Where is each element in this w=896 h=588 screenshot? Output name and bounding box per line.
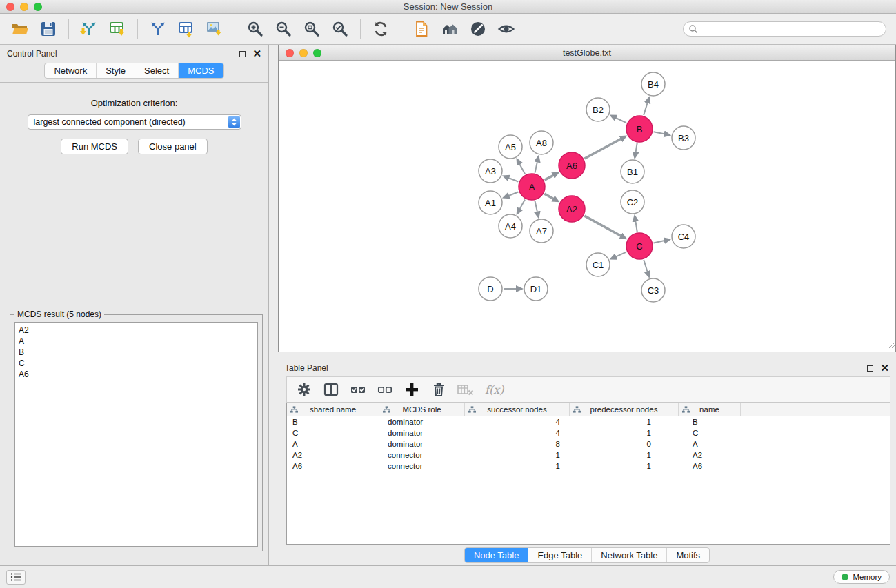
- column-header-name[interactable]: name: [679, 403, 741, 416]
- zoom-fit-button[interactable]: [299, 17, 325, 41]
- graph-node-C1[interactable]: C1: [586, 253, 610, 276]
- table-row[interactable]: A2 connector 1 1 A2: [287, 449, 890, 460]
- annotation-button[interactable]: [465, 17, 491, 41]
- function-builder-button[interactable]: f(x): [482, 383, 504, 396]
- graph-node-C[interactable]: C: [626, 233, 653, 259]
- list-item[interactable]: B: [19, 347, 254, 358]
- close-panel-button[interactable]: Close panel: [138, 139, 208, 154]
- graph-edge-A-A7[interactable]: [535, 201, 537, 214]
- graph-node-A7[interactable]: A7: [530, 219, 553, 243]
- float-table-panel-icon[interactable]: [867, 365, 873, 372]
- import-network-button[interactable]: [76, 17, 102, 41]
- graph-node-D[interactable]: D: [479, 277, 502, 301]
- task-history-button[interactable]: [6, 570, 26, 585]
- graph-node-B1[interactable]: B1: [621, 160, 644, 183]
- memory-button[interactable]: Memory: [833, 570, 890, 584]
- graph-edge-A-A6[interactable]: [545, 174, 555, 180]
- delete-table-button[interactable]: [455, 379, 476, 400]
- graph-node-C3[interactable]: C3: [641, 278, 665, 302]
- table-row[interactable]: C dominator 4 1 C: [287, 427, 890, 438]
- graph-edge-B-B2[interactable]: [615, 117, 626, 123]
- column-header-shared-name[interactable]: shared name: [287, 403, 379, 416]
- graph-edge-C-C3[interactable]: [644, 260, 648, 273]
- tab-node-table[interactable]: Node Table: [465, 548, 528, 562]
- export-image-button[interactable]: [201, 17, 228, 41]
- list-item[interactable]: C: [19, 358, 254, 369]
- graph-edge-A-A3[interactable]: [507, 177, 518, 181]
- graph-edge-C-C2[interactable]: [635, 220, 637, 232]
- graph-node-B3[interactable]: B3: [672, 126, 695, 150]
- graph-node-A2[interactable]: A2: [559, 196, 585, 222]
- graph-node-A4[interactable]: A4: [499, 214, 522, 238]
- graph-edge-B-B1[interactable]: [635, 143, 637, 154]
- table-settings-button[interactable]: [294, 379, 315, 400]
- import-table-button[interactable]: [104, 17, 130, 41]
- tab-edge-table[interactable]: Edge Table: [528, 548, 591, 562]
- save-session-button[interactable]: [35, 17, 61, 41]
- minimize-window-button[interactable]: [20, 3, 28, 11]
- refresh-button[interactable]: [368, 17, 394, 41]
- tab-network-table[interactable]: Network Table: [591, 548, 666, 562]
- graph-edge-C-C4[interactable]: [654, 241, 666, 243]
- close-network-window-button[interactable]: [286, 49, 294, 57]
- mcds-result-list[interactable]: A2 A B C A6: [14, 322, 258, 547]
- show-details-button[interactable]: [493, 17, 519, 41]
- table-row[interactable]: B dominator 4 1 B: [287, 416, 890, 427]
- table-row[interactable]: A6 connector 1 1 A6: [287, 460, 890, 472]
- add-column-button[interactable]: [401, 379, 422, 400]
- zoom-window-button[interactable]: [34, 3, 42, 11]
- graph-edge-A-A8[interactable]: [535, 160, 537, 172]
- home-button[interactable]: [437, 17, 463, 41]
- tab-motifs[interactable]: Motifs: [666, 548, 709, 562]
- tab-network[interactable]: Network: [45, 63, 96, 78]
- minimize-network-window-button[interactable]: [299, 49, 308, 57]
- graph-node-A[interactable]: A: [519, 174, 545, 200]
- list-item[interactable]: A2: [19, 325, 254, 336]
- tab-select[interactable]: Select: [135, 63, 178, 78]
- graph-node-B[interactable]: B: [626, 116, 653, 142]
- list-item[interactable]: A: [19, 336, 254, 347]
- close-panel-icon[interactable]: ✕: [252, 50, 261, 57]
- deselect-all-button[interactable]: [375, 379, 395, 400]
- float-panel-icon[interactable]: [239, 51, 246, 57]
- graph-edge-A2-C[interactable]: [584, 216, 622, 236]
- open-session-button[interactable]: [7, 17, 33, 41]
- close-window-button[interactable]: [6, 3, 14, 11]
- search-input[interactable]: [683, 21, 886, 37]
- list-item[interactable]: A6: [19, 369, 254, 380]
- graph-node-D1[interactable]: D1: [524, 277, 548, 301]
- network-graph[interactable]: B4B2BB3A8A5A6A3B1AC2A1A2A4A7C4CC1C3DD1: [279, 61, 895, 352]
- zoom-in-button[interactable]: [242, 17, 268, 41]
- graph-edge-A-A2[interactable]: [544, 194, 555, 199]
- graph-edge-A-A5[interactable]: [519, 163, 525, 174]
- optimization-criterion-dropdown[interactable]: largest connected component (directed): [28, 114, 241, 130]
- graph-node-A6[interactable]: A6: [559, 152, 585, 179]
- tab-mcds[interactable]: MCDS: [178, 63, 223, 78]
- tab-style[interactable]: Style: [96, 63, 135, 78]
- graph-node-B2[interactable]: B2: [586, 98, 610, 121]
- graph-edge-A6-B[interactable]: [584, 138, 622, 159]
- close-table-panel-icon[interactable]: ✕: [880, 365, 889, 372]
- zoom-out-button[interactable]: [270, 17, 297, 41]
- column-header-mcds-role[interactable]: MCDS role: [379, 403, 465, 416]
- export-table-button[interactable]: [173, 17, 199, 41]
- graph-node-A8[interactable]: A8: [530, 131, 553, 154]
- graph-node-C2[interactable]: C2: [621, 190, 644, 214]
- network-canvas[interactable]: B4B2BB3A8A5A6A3B1AC2A1A2A4A7C4CC1C3DD1: [279, 61, 895, 352]
- graph-edge-A-A1[interactable]: [507, 192, 518, 196]
- graph-node-B4[interactable]: B4: [641, 72, 665, 96]
- table-row[interactable]: A dominator 8 0 A: [287, 438, 890, 449]
- show-columns-button[interactable]: [321, 379, 341, 400]
- open-document-button[interactable]: [408, 17, 435, 41]
- graph-edge-C-C1[interactable]: [615, 252, 626, 258]
- resize-grip-icon[interactable]: [888, 338, 895, 351]
- graph-node-C4[interactable]: C4: [672, 225, 695, 248]
- graph-node-A5[interactable]: A5: [499, 135, 522, 159]
- graph-edge-B-B3[interactable]: [654, 132, 666, 134]
- column-header-predecessor-nodes[interactable]: predecessor nodes: [570, 403, 679, 416]
- zoom-network-window-button[interactable]: [313, 49, 321, 57]
- export-network-button[interactable]: [145, 17, 171, 41]
- node-table[interactable]: shared name MCDS role successor nodes: [286, 403, 890, 545]
- select-all-button[interactable]: [348, 379, 368, 400]
- column-header-successor-nodes[interactable]: successor nodes: [465, 403, 570, 416]
